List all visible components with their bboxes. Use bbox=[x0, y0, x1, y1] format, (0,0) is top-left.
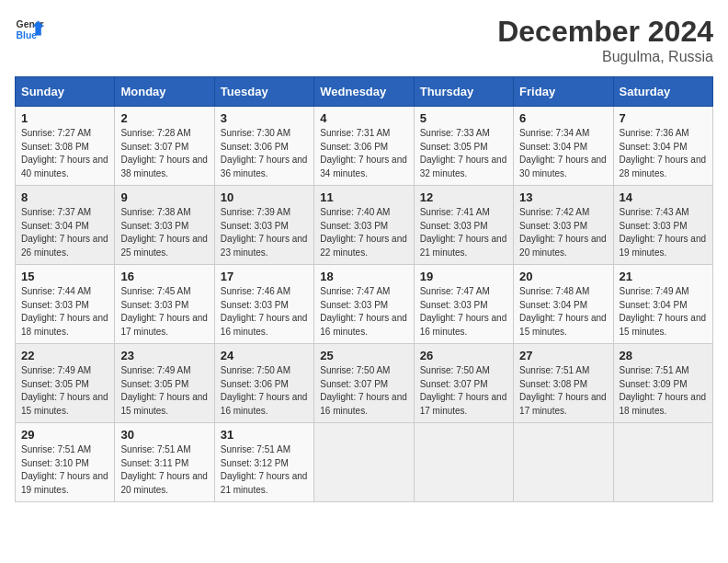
day-cell bbox=[514, 423, 613, 502]
day-cell: 6Sunrise: 7:34 AMSunset: 3:04 PMDaylight… bbox=[514, 107, 613, 186]
day-cell: 12Sunrise: 7:41 AMSunset: 3:03 PMDayligh… bbox=[414, 186, 513, 265]
day-number: 23 bbox=[120, 349, 208, 362]
day-number: 30 bbox=[120, 428, 208, 442]
day-detail: Sunrise: 7:51 AMSunset: 3:10 PMDaylight:… bbox=[21, 443, 108, 497]
day-cell bbox=[414, 423, 513, 502]
day-detail: Sunrise: 7:50 AMSunset: 3:07 PMDaylight:… bbox=[320, 364, 407, 418]
day-detail: Sunrise: 7:50 AMSunset: 3:06 PMDaylight:… bbox=[221, 364, 308, 418]
day-cell: 16Sunrise: 7:45 AMSunset: 3:03 PMDayligh… bbox=[115, 265, 214, 344]
day-cell: 2Sunrise: 7:28 AMSunset: 3:07 PMDaylight… bbox=[115, 107, 214, 186]
day-number: 17 bbox=[221, 270, 308, 283]
week-row-3: 15Sunrise: 7:44 AMSunset: 3:03 PMDayligh… bbox=[16, 265, 713, 344]
day-detail: Sunrise: 7:40 AMSunset: 3:03 PMDaylight:… bbox=[320, 206, 407, 259]
day-number: 18 bbox=[320, 270, 407, 283]
day-cell: 13Sunrise: 7:42 AMSunset: 3:03 PMDayligh… bbox=[514, 186, 613, 265]
day-detail: Sunrise: 7:49 AMSunset: 3:04 PMDaylight:… bbox=[620, 285, 707, 339]
day-detail: Sunrise: 7:41 AMSunset: 3:03 PMDaylight:… bbox=[420, 206, 507, 259]
day-number: 8 bbox=[21, 190, 108, 204]
day-number: 6 bbox=[519, 111, 607, 125]
day-cell: 17Sunrise: 7:46 AMSunset: 3:03 PMDayligh… bbox=[214, 265, 313, 344]
day-cell: 8Sunrise: 7:37 AMSunset: 3:04 PMDaylight… bbox=[16, 186, 115, 265]
day-detail: Sunrise: 7:46 AMSunset: 3:03 PMDaylight:… bbox=[221, 285, 308, 339]
day-detail: Sunrise: 7:31 AMSunset: 3:06 PMDaylight:… bbox=[320, 127, 407, 180]
day-detail: Sunrise: 7:47 AMSunset: 3:03 PMDaylight:… bbox=[320, 285, 407, 339]
day-number: 13 bbox=[519, 190, 607, 204]
day-detail: Sunrise: 7:30 AMSunset: 3:06 PMDaylight:… bbox=[221, 127, 308, 180]
day-cell: 7Sunrise: 7:36 AMSunset: 3:04 PMDaylight… bbox=[613, 107, 712, 186]
weekday-header-friday: Friday bbox=[514, 77, 613, 107]
day-number: 9 bbox=[120, 190, 208, 204]
day-detail: Sunrise: 7:42 AMSunset: 3:03 PMDaylight:… bbox=[519, 206, 607, 259]
day-detail: Sunrise: 7:34 AMSunset: 3:04 PMDaylight:… bbox=[519, 127, 607, 180]
day-detail: Sunrise: 7:47 AMSunset: 3:03 PMDaylight:… bbox=[420, 285, 507, 339]
day-number: 22 bbox=[21, 349, 108, 362]
day-number: 11 bbox=[320, 190, 407, 204]
week-row-5: 29Sunrise: 7:51 AMSunset: 3:10 PMDayligh… bbox=[16, 423, 713, 502]
day-number: 10 bbox=[221, 190, 308, 204]
day-cell: 29Sunrise: 7:51 AMSunset: 3:10 PMDayligh… bbox=[16, 423, 115, 502]
day-cell: 25Sunrise: 7:50 AMSunset: 3:07 PMDayligh… bbox=[314, 344, 414, 423]
day-number: 21 bbox=[620, 270, 707, 283]
day-number: 15 bbox=[21, 270, 108, 283]
calendar-body: 1Sunrise: 7:27 AMSunset: 3:08 PMDaylight… bbox=[16, 107, 713, 502]
day-cell: 1Sunrise: 7:27 AMSunset: 3:08 PMDaylight… bbox=[16, 107, 115, 186]
day-detail: Sunrise: 7:33 AMSunset: 3:05 PMDaylight:… bbox=[420, 127, 507, 180]
day-cell: 9Sunrise: 7:38 AMSunset: 3:03 PMDaylight… bbox=[115, 186, 214, 265]
weekday-header-sunday: Sunday bbox=[16, 77, 115, 107]
day-cell: 14Sunrise: 7:43 AMSunset: 3:03 PMDayligh… bbox=[613, 186, 712, 265]
day-cell: 26Sunrise: 7:50 AMSunset: 3:07 PMDayligh… bbox=[414, 344, 513, 423]
day-detail: Sunrise: 7:37 AMSunset: 3:04 PMDaylight:… bbox=[21, 206, 108, 259]
day-cell: 18Sunrise: 7:47 AMSunset: 3:03 PMDayligh… bbox=[314, 265, 414, 344]
location-title: Bugulma, Russia bbox=[497, 49, 713, 65]
day-number: 7 bbox=[620, 111, 707, 125]
day-detail: Sunrise: 7:51 AMSunset: 3:08 PMDaylight:… bbox=[519, 364, 607, 418]
day-number: 2 bbox=[120, 111, 208, 125]
day-detail: Sunrise: 7:49 AMSunset: 3:05 PMDaylight:… bbox=[120, 364, 208, 418]
day-cell: 11Sunrise: 7:40 AMSunset: 3:03 PMDayligh… bbox=[314, 186, 414, 265]
week-row-1: 1Sunrise: 7:27 AMSunset: 3:08 PMDaylight… bbox=[16, 107, 713, 186]
month-title: December 2024 bbox=[497, 15, 713, 49]
day-number: 16 bbox=[120, 270, 208, 283]
day-cell bbox=[314, 423, 414, 502]
day-detail: Sunrise: 7:51 AMSunset: 3:11 PMDaylight:… bbox=[120, 443, 208, 497]
day-cell: 5Sunrise: 7:33 AMSunset: 3:05 PMDaylight… bbox=[414, 107, 513, 186]
day-number: 20 bbox=[519, 270, 607, 283]
day-cell: 21Sunrise: 7:49 AMSunset: 3:04 PMDayligh… bbox=[613, 265, 712, 344]
day-detail: Sunrise: 7:50 AMSunset: 3:07 PMDaylight:… bbox=[420, 364, 507, 418]
day-number: 5 bbox=[420, 111, 507, 125]
day-cell: 19Sunrise: 7:47 AMSunset: 3:03 PMDayligh… bbox=[414, 265, 513, 344]
day-cell: 30Sunrise: 7:51 AMSunset: 3:11 PMDayligh… bbox=[115, 423, 214, 502]
title-area: December 2024 Bugulma, Russia bbox=[497, 15, 713, 65]
day-detail: Sunrise: 7:51 AMSunset: 3:09 PMDaylight:… bbox=[620, 364, 707, 418]
day-detail: Sunrise: 7:36 AMSunset: 3:04 PMDaylight:… bbox=[620, 127, 707, 180]
weekday-header-row: SundayMondayTuesdayWednesdayThursdayFrid… bbox=[16, 77, 713, 107]
day-number: 24 bbox=[221, 349, 308, 362]
day-number: 14 bbox=[620, 190, 707, 204]
day-number: 4 bbox=[320, 111, 407, 125]
day-cell: 28Sunrise: 7:51 AMSunset: 3:09 PMDayligh… bbox=[613, 344, 712, 423]
day-cell: 4Sunrise: 7:31 AMSunset: 3:06 PMDaylight… bbox=[314, 107, 414, 186]
header: General Blue December 2024 Bugulma, Russ… bbox=[15, 15, 713, 65]
week-row-2: 8Sunrise: 7:37 AMSunset: 3:04 PMDaylight… bbox=[16, 186, 713, 265]
day-number: 1 bbox=[21, 111, 108, 125]
day-detail: Sunrise: 7:39 AMSunset: 3:03 PMDaylight:… bbox=[221, 206, 308, 259]
weekday-header-tuesday: Tuesday bbox=[214, 77, 313, 107]
day-detail: Sunrise: 7:44 AMSunset: 3:03 PMDaylight:… bbox=[21, 285, 108, 339]
day-cell: 20Sunrise: 7:48 AMSunset: 3:04 PMDayligh… bbox=[514, 265, 613, 344]
day-number: 19 bbox=[420, 270, 507, 283]
day-cell: 3Sunrise: 7:30 AMSunset: 3:06 PMDaylight… bbox=[214, 107, 313, 186]
svg-text:Blue: Blue bbox=[17, 30, 38, 40]
day-number: 27 bbox=[519, 349, 607, 362]
weekday-header-wednesday: Wednesday bbox=[314, 77, 414, 107]
day-cell: 22Sunrise: 7:49 AMSunset: 3:05 PMDayligh… bbox=[16, 344, 115, 423]
day-detail: Sunrise: 7:51 AMSunset: 3:12 PMDaylight:… bbox=[221, 443, 308, 497]
day-number: 29 bbox=[21, 428, 108, 442]
day-detail: Sunrise: 7:38 AMSunset: 3:03 PMDaylight:… bbox=[120, 206, 208, 259]
day-cell: 24Sunrise: 7:50 AMSunset: 3:06 PMDayligh… bbox=[214, 344, 313, 423]
day-cell bbox=[613, 423, 712, 502]
day-cell: 27Sunrise: 7:51 AMSunset: 3:08 PMDayligh… bbox=[514, 344, 613, 423]
weekday-header-saturday: Saturday bbox=[613, 77, 712, 107]
weekday-header-thursday: Thursday bbox=[414, 77, 513, 107]
calendar: SundayMondayTuesdayWednesdayThursdayFrid… bbox=[15, 76, 713, 502]
day-cell: 15Sunrise: 7:44 AMSunset: 3:03 PMDayligh… bbox=[16, 265, 115, 344]
